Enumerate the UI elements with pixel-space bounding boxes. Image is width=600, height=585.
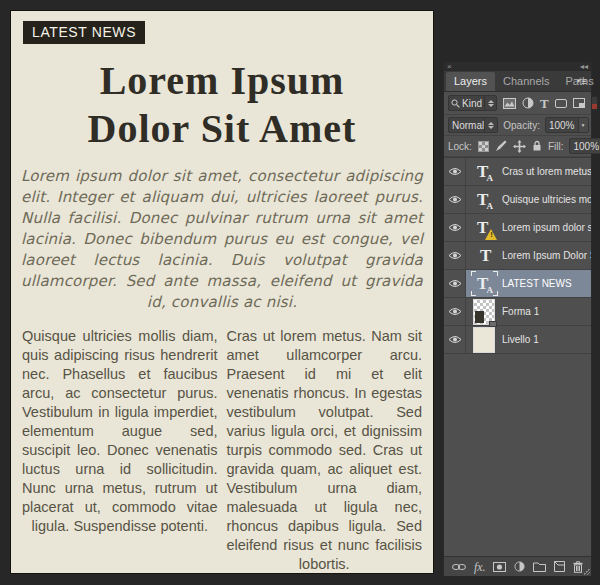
shape-layer-thumbnail[interactable]	[466, 299, 502, 325]
link-layers-icon[interactable]	[452, 563, 466, 571]
visibility-eye-icon[interactable]	[444, 270, 466, 297]
layer-name: LATEST NEWS	[502, 278, 572, 289]
new-adjustment-layer-icon[interactable]	[514, 561, 525, 572]
visibility-eye-icon[interactable]	[444, 298, 466, 325]
type-icon-sub: A	[487, 286, 494, 295]
panel-menu-icon[interactable]: ▾≡	[577, 75, 587, 88]
search-icon	[451, 99, 460, 108]
visibility-eye-icon[interactable]	[444, 242, 466, 269]
shape-preview	[475, 311, 484, 323]
fill-layer-thumbnail[interactable]	[466, 327, 502, 353]
headline-line2: Dolor Sit Amet	[88, 106, 357, 151]
add-layer-mask-icon[interactable]	[493, 562, 506, 572]
layer-row-latest-news-selected[interactable]: TA LATEST NEWS	[444, 270, 591, 298]
filter-toggle-switch[interactable]	[591, 96, 598, 110]
close-icon[interactable]: ×	[447, 63, 452, 71]
layer-list: TA Cras ut lorem metus. N... TA Quisque …	[444, 157, 591, 354]
type-icon-sub: A	[487, 202, 494, 211]
layer-row-cras[interactable]: TA Cras ut lorem metus. N...	[444, 158, 591, 186]
layer-row-lorem-paragraph[interactable]: T ! Lorem ipsum dolor sit a...	[444, 214, 591, 242]
column-right: Cras ut lorem metus. Nam sit amet ullamc…	[227, 327, 423, 574]
new-layer-icon[interactable]	[554, 561, 565, 572]
layer-filter-row: Kind T	[444, 92, 591, 115]
layer-row-lorem-title[interactable]: T Lorem Ipsum Dolor Sit ...	[444, 242, 591, 270]
layer-styles-icon[interactable]: fx.	[474, 561, 486, 573]
text-layer-thumbnail[interactable]: TA	[466, 162, 502, 182]
layer-name: Cras ut lorem metus. N...	[502, 166, 591, 177]
layer-name: Forma 1	[502, 306, 539, 317]
document-canvas[interactable]: LATEST NEWS Lorem Ipsum Dolor Sit Amet L…	[10, 10, 434, 574]
layer-name: Quisque ultricies mollis...	[502, 194, 591, 205]
blend-mode-row: Normal Opacity: 100% ▼	[444, 115, 591, 136]
tab-channels[interactable]: Channels	[495, 72, 557, 91]
new-group-icon[interactable]	[533, 562, 546, 572]
selection-brackets: TA	[471, 271, 498, 296]
text-layer-thumbnail-selected[interactable]: TA	[466, 271, 502, 296]
lock-label: Lock:	[448, 141, 472, 152]
panel-resize-grip[interactable]	[583, 568, 590, 575]
filter-shape-layers-icon[interactable]	[555, 99, 567, 108]
filter-adjustment-layers-icon[interactable]	[522, 97, 534, 109]
layer-row-livello[interactable]: Livello 1	[444, 326, 591, 354]
blend-mode-value: Normal	[452, 120, 484, 131]
blend-mode-dropdown[interactable]: Normal	[448, 117, 498, 133]
layers-panel: × ◂◂ Layers Channels Paths ▾≡ Kind T	[443, 62, 592, 576]
type-icon-sub: A	[487, 174, 494, 183]
news-badge: LATEST NEWS	[23, 21, 145, 44]
visibility-eye-icon[interactable]	[444, 186, 466, 213]
filter-kind-spinner	[484, 96, 494, 110]
filter-kind-dropdown[interactable]: Kind	[448, 95, 497, 111]
visibility-eye-icon[interactable]	[444, 158, 466, 185]
delete-layer-icon[interactable]	[573, 561, 583, 573]
intro-paragraph: Lorem ipsum dolor sit amet, consectetur …	[21, 166, 423, 313]
layer-list-empty-area	[444, 354, 591, 556]
lock-transparent-pixels-icon[interactable]	[478, 141, 489, 152]
lock-all-icon[interactable]	[532, 140, 542, 152]
panel-bottom-bar: fx.	[444, 556, 591, 576]
fill-value: 100%	[570, 141, 600, 152]
visibility-eye-icon[interactable]	[444, 214, 466, 241]
layer-name: Lorem ipsum dolor sit a...	[502, 222, 591, 233]
lock-row: Lock: Fill: 100% ▼	[444, 136, 591, 157]
layer-name: Lorem Ipsum Dolor Sit ...	[502, 250, 591, 261]
two-column-text: Quisque ultricies mollis diam, quis adip…	[22, 327, 422, 574]
fill-field[interactable]: 100% ▼	[569, 138, 600, 154]
collapse-panel-icon[interactable]: ◂◂	[580, 63, 588, 71]
fill-label: Fill:	[548, 141, 564, 152]
filter-smart-object-icon[interactable]	[573, 98, 585, 108]
visibility-eye-icon[interactable]	[444, 326, 466, 353]
opacity-label: Opacity:	[503, 120, 540, 131]
layer-row-quisque[interactable]: TA Quisque ultricies mollis...	[444, 186, 591, 214]
filter-pixel-layers-icon[interactable]	[503, 98, 516, 109]
badge-label: LATEST NEWS	[32, 24, 136, 40]
opacity-field[interactable]: 100% ▼	[545, 117, 589, 133]
text-layer-thumbnail[interactable]: TA	[466, 190, 502, 210]
layer-name: Livello 1	[502, 334, 539, 345]
filter-kind-label: Kind	[462, 98, 482, 109]
text-layer-thumbnail-warning[interactable]: T !	[466, 218, 502, 238]
tab-layers[interactable]: Layers	[446, 72, 495, 91]
lock-position-icon[interactable]	[513, 140, 526, 153]
column-left: Quisque ultricies mollis diam, quis adip…	[22, 327, 218, 574]
layer-row-forma[interactable]: Forma 1	[444, 298, 591, 326]
blend-mode-spinner	[484, 118, 494, 132]
lock-image-pixels-icon[interactable]	[495, 140, 507, 152]
missing-font-warning-icon: !	[485, 229, 498, 240]
opacity-caret-icon[interactable]: ▼	[578, 118, 588, 132]
headline: Lorem Ipsum Dolor Sit Amet	[15, 57, 429, 153]
panel-menu-caret: ▾	[577, 77, 581, 84]
workspace: LATEST NEWS Lorem Ipsum Dolor Sit Amet L…	[0, 0, 600, 585]
panel-dock-bar: × ◂◂	[444, 62, 591, 71]
filter-type-layers-icon[interactable]: T	[540, 97, 549, 110]
headline-line1: Lorem Ipsum	[100, 58, 345, 103]
panel-menu-lines: ≡	[581, 76, 587, 87]
text-layer-thumbnail[interactable]: T	[466, 246, 502, 266]
panel-tabs: Layers Channels Paths ▾≡	[444, 71, 591, 92]
opacity-value: 100%	[546, 120, 578, 131]
type-icon: T	[480, 246, 491, 266]
